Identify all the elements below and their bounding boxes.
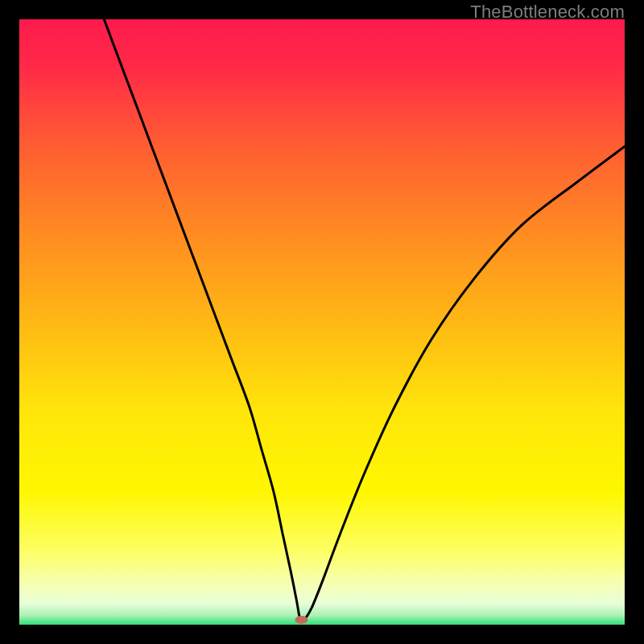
chart-frame xyxy=(19,19,625,625)
gradient-background xyxy=(19,19,625,625)
watermark-text: TheBottleneck.com xyxy=(470,2,625,23)
bottleneck-chart xyxy=(19,19,625,625)
optimum-marker xyxy=(295,616,308,624)
